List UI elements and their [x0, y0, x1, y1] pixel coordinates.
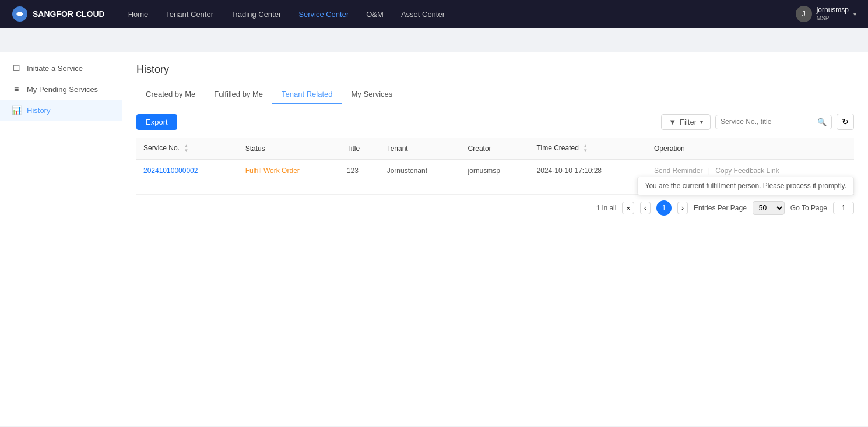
sidebar-label-initiate: Initiate a Service	[27, 64, 83, 73]
chevron-down-icon: ▾	[853, 11, 856, 17]
logo-icon	[12, 6, 28, 22]
document-icon: ☐	[12, 63, 21, 73]
logo: SANGFOR CLOUD	[12, 6, 105, 22]
refresh-button[interactable]: ↻	[837, 114, 854, 130]
status-badge: Fulfill Work Order	[245, 167, 300, 175]
search-input[interactable]	[721, 118, 814, 126]
user-menu[interactable]: J jornusmsp MSP ▾	[796, 6, 856, 23]
main-title: History	[136, 63, 854, 76]
search-box[interactable]: 🔍	[715, 115, 832, 129]
entries-select[interactable]: 50 20 100	[753, 201, 785, 215]
nav-service-center[interactable]: Service Center	[298, 8, 349, 21]
cell-title: 123	[340, 160, 380, 182]
pagination-prev[interactable]: ‹	[640, 202, 651, 214]
service-no-link[interactable]: 20241010000002	[143, 167, 198, 175]
entries-label: Entries Per Page	[694, 204, 747, 212]
filter-label: Filter	[680, 118, 697, 126]
tooltip-box: You are the current fulfillment person. …	[637, 177, 854, 195]
tab-bar: Created by Me Fulfilled by Me Tenant Rel…	[136, 85, 854, 104]
sort-icon-service-no[interactable]: ▲▼	[184, 144, 188, 153]
col-operation: Operation	[647, 138, 854, 160]
nav-home[interactable]: Home	[128, 8, 149, 21]
toolbar-right: ▼ Filter ▾ 🔍 ↻	[661, 114, 854, 130]
pagination-first[interactable]: «	[622, 202, 634, 214]
main-content: History Created by Me Fulfilled by Me Te…	[122, 52, 868, 426]
copy-feedback-link[interactable]: Copy Feedback Link	[715, 167, 779, 175]
cell-tenant: Jornustenant	[380, 160, 461, 182]
top-navigation: SANGFOR CLOUD Home Tenant Center Trading…	[0, 0, 868, 28]
nav-asset-center[interactable]: Asset Center	[401, 8, 445, 21]
cell-status: Fulfill Work Order	[238, 160, 340, 182]
goto-label: Go To Page	[790, 204, 827, 212]
sidebar: ☐ Initiate a Service ≡ My Pending Servic…	[0, 52, 122, 426]
tab-created-by-me[interactable]: Created by Me	[136, 85, 205, 104]
col-creator: Creator	[461, 138, 530, 160]
col-tenant: Tenant	[380, 138, 461, 160]
user-role: MSP	[817, 15, 849, 22]
sidebar-label-history: History	[27, 106, 50, 115]
user-name: jornusmsp	[817, 6, 849, 15]
sidebar-item-history[interactable]: 📊 History	[0, 100, 122, 121]
tab-fulfilled-by-me[interactable]: Fulfilled by Me	[205, 85, 272, 104]
sidebar-label-pending: My Pending Services	[27, 85, 98, 94]
pagination: 1 in all « ‹ 1 › Entries Per Page 50 20 …	[136, 194, 854, 216]
sort-icon-time[interactable]: ▲▼	[583, 144, 588, 153]
cell-service-no: 20241010000002	[136, 160, 238, 182]
col-status: Status	[238, 138, 340, 160]
col-service-no: Service No. ▲▼	[136, 138, 238, 160]
page-wrapper: ☐ Initiate a Service ≡ My Pending Servic…	[0, 52, 868, 426]
total-count: 1 in all	[596, 204, 617, 212]
toolbar: Export ▼ Filter ▾ 🔍 ↻	[136, 114, 854, 130]
sidebar-item-pending[interactable]: ≡ My Pending Services	[0, 79, 122, 100]
pagination-next[interactable]: ›	[677, 202, 688, 214]
cell-creator: jornusmsp	[461, 160, 530, 182]
sidebar-item-initiate[interactable]: ☐ Initiate a Service	[0, 58, 122, 79]
nav-links: Home Tenant Center Trading Center Servic…	[128, 8, 796, 21]
search-icon: 🔍	[817, 118, 827, 126]
data-table: Service No. ▲▼ Status Title Tenant Creat…	[136, 138, 854, 182]
chart-icon: 📊	[12, 105, 21, 115]
list-icon: ≡	[12, 84, 21, 94]
op-divider: |	[708, 167, 710, 175]
content-area: ☐ Initiate a Service ≡ My Pending Servic…	[0, 52, 868, 426]
filter-button[interactable]: ▼ Filter ▾	[661, 114, 711, 130]
table-header-row: Service No. ▲▼ Status Title Tenant Creat…	[136, 138, 854, 160]
col-title: Title	[340, 138, 380, 160]
nav-tenant-center[interactable]: Tenant Center	[166, 8, 213, 21]
nav-om[interactable]: O&M	[366, 8, 384, 21]
cell-time-created: 2024-10-10 17:10:28	[530, 160, 647, 182]
filter-caret-icon: ▾	[700, 119, 703, 125]
tab-my-services[interactable]: My Services	[342, 85, 402, 104]
filter-icon: ▼	[669, 118, 676, 126]
col-time-created: Time Created ▲▼	[530, 138, 647, 160]
send-reminder-link[interactable]: Send Reminder	[654, 167, 702, 175]
pagination-page-1[interactable]: 1	[656, 200, 672, 216]
nav-trading-center[interactable]: Trading Center	[231, 8, 281, 21]
logo-text: SANGFOR CLOUD	[33, 9, 105, 19]
goto-input[interactable]	[833, 202, 854, 214]
export-button[interactable]: Export	[136, 114, 177, 130]
tab-tenant-related[interactable]: Tenant Related	[272, 85, 342, 104]
avatar: J	[796, 6, 812, 22]
